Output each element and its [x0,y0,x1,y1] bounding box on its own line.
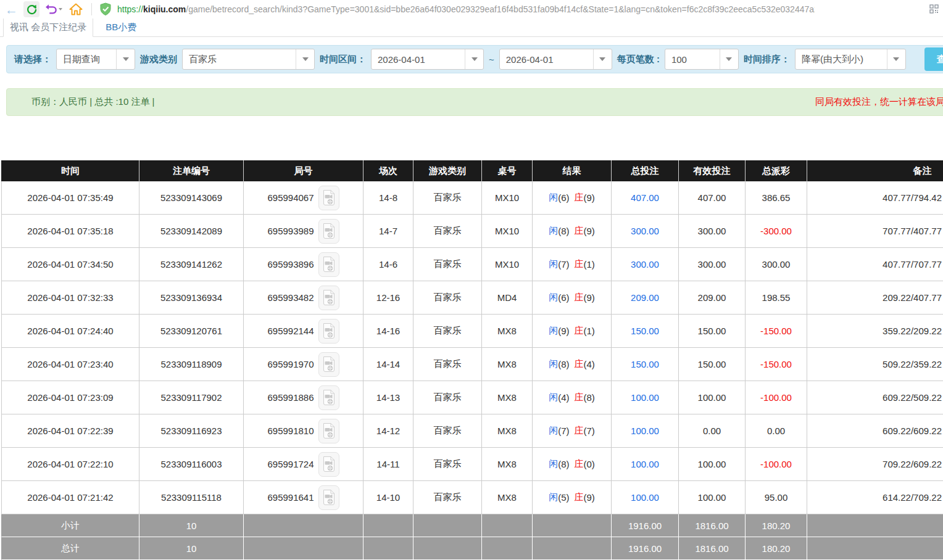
game-category-label: 游戏类别 [140,54,177,65]
table-row: 2026-04-01 07:35:18 523309142089 6959939… [1,215,943,248]
column-header-bet-id: 注单编号 [139,160,244,181]
video-replay-icon[interactable] [318,252,339,277]
video-replay-icon[interactable] [318,186,339,210]
cell-payout: -150.00 [746,348,807,381]
cell-table-no: MX10 [482,215,533,248]
cell-payout: -300.00 [746,215,807,248]
cell-note: 407.77/794.42 [807,181,943,215]
date-from-select[interactable]: 2026-04-01 [371,49,484,70]
qr-code-icon[interactable] [929,4,939,16]
cell-session: 14-8 [363,181,413,215]
video-replay-icon[interactable] [318,319,339,344]
undo-dropdown-caret-icon[interactable] [59,8,62,10]
banker-score: (9) [584,292,595,303]
cell-payout: 300.00 [746,248,807,281]
cell-round-id: 695991724 [244,448,363,481]
total-bet-link[interactable]: 209.00 [631,292,659,303]
grand-total-count: 10 [139,537,244,560]
search-button[interactable]: 查询 [924,47,943,71]
cell-session: 14-14 [363,348,413,381]
player-score: (5) [558,492,569,503]
banker-result: 庄 [575,392,584,403]
cell-table-no: MX8 [482,414,533,448]
date-range-tilde: ~ [489,54,494,65]
table-row: 2026-04-01 07:21:42 523309115118 6959916… [1,481,943,514]
column-header-session: 场次 [363,160,413,181]
cell-total-bet: 150.00 [612,315,679,348]
total-bet-link[interactable]: 100.00 [631,392,659,403]
cell-payout: 0.00 [746,414,807,448]
cell-total-bet: 300.00 [612,248,679,281]
total-bet-link[interactable]: 300.00 [631,259,659,270]
total-bet-link[interactable]: 407.00 [631,192,659,203]
tab-bb-tip[interactable]: BB小费 [93,19,149,36]
cell-table-no: MX8 [482,448,533,481]
banker-result: 庄 [575,192,584,204]
video-replay-icon[interactable] [318,452,339,477]
video-replay-icon[interactable] [318,286,339,310]
subtotal-row: 小计 10 1916.00 1816.00 180.20 [1,514,943,537]
cell-session: 14-16 [363,315,413,348]
url-host: kiqiiu.com [143,4,186,14]
cell-result: 闲(6)庄(9) [533,181,612,215]
total-bet-link[interactable]: 100.00 [631,492,659,503]
cell-round-id: 695993896 [244,248,363,281]
player-score: (6) [558,292,569,303]
cell-game-category: 百家乐 [413,281,482,315]
query-type-select[interactable]: 日期查询 [56,49,135,70]
cell-result: 闲(5)庄(9) [533,481,612,514]
total-bet-link[interactable]: 150.00 [631,326,659,336]
cell-time: 2026-04-01 07:35:18 [1,215,139,248]
cell-total-bet: 100.00 [612,381,679,414]
url-path: /game/betrecord_search/kind3?GameType=30… [186,4,815,14]
page-size-select[interactable]: 100 [665,49,739,70]
game-category-select[interactable]: 百家乐 [182,49,315,70]
toolbar-divider [91,3,92,15]
round-number: 695993482 [267,292,314,303]
video-replay-icon[interactable] [318,419,339,443]
player-score: (7) [558,259,569,270]
cell-payout: -100.00 [746,448,807,481]
cell-result: 闲(8)庄(0) [533,448,612,481]
player-result: 闲 [549,358,558,370]
cell-time: 2026-04-01 07:22:10 [1,448,139,481]
player-result: 闲 [549,492,558,503]
banker-score: (4) [584,359,595,369]
subtotal-valid-bet: 1816.00 [679,514,746,537]
cell-time: 2026-04-01 07:24:40 [1,315,139,348]
banker-score: (7) [584,426,595,436]
date-to-select[interactable]: 2026-04-01 [499,49,612,70]
currency-total-text: 币别：人民币 | 总共 :10 注单 | [31,96,154,108]
reload-icon[interactable] [23,1,39,17]
video-replay-icon[interactable] [318,219,339,244]
cell-result: 闲(8)庄(4) [533,348,612,381]
cell-game-category: 百家乐 [413,248,482,281]
banker-result: 庄 [575,325,584,337]
player-result: 闲 [549,458,558,470]
undo-icon[interactable] [45,4,62,15]
chevron-down-icon [720,49,738,69]
cell-bet-id: 523309117902 [139,381,244,414]
video-replay-icon[interactable] [318,352,339,377]
total-bet-link[interactable]: 300.00 [631,226,659,236]
player-score: (8) [558,226,569,236]
back-icon[interactable]: ← [5,3,18,16]
home-icon[interactable] [68,1,84,17]
video-replay-icon[interactable] [318,485,339,510]
cell-valid-bet: 100.00 [679,481,746,514]
total-bet-link[interactable]: 100.00 [631,426,659,436]
cell-note: 407.77/707.77 [807,248,943,281]
time-sort-select[interactable]: 降幂(由大到小) [795,49,906,70]
table-header-row: 时间 注单编号 局号 场次 游戏类别 桌号 结果 总投注 有效投注 总派彩 备注 [1,160,943,181]
total-bet-link[interactable]: 100.00 [631,459,659,469]
video-replay-icon[interactable] [318,385,339,410]
column-header-result: 结果 [533,160,612,181]
player-score: (8) [558,359,569,369]
tab-video-bet-records[interactable]: 视讯 会员下注纪录 [3,19,93,37]
ssl-shield-icon[interactable] [99,2,112,16]
cell-total-bet: 100.00 [612,414,679,448]
column-header-table-no: 桌号 [482,160,533,181]
address-bar[interactable]: https://kiqiiu.com/game/betrecord_search… [117,4,815,14]
cell-time: 2026-04-01 07:23:40 [1,348,139,381]
total-bet-link[interactable]: 150.00 [631,359,659,369]
